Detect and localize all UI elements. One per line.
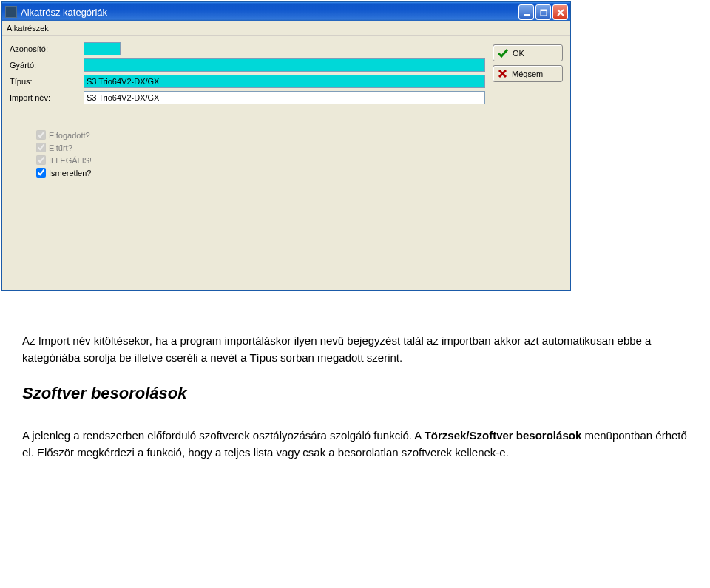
dialog-window: Alkatrész kategóriák Alkatrészek Azonosí…	[1, 1, 571, 291]
minimize-icon	[523, 9, 530, 16]
window-title: Alkatrész kategóriák	[21, 7, 107, 18]
maximize-icon	[540, 9, 547, 16]
check-illegal-row: ILLEGÁLIS!	[36, 154, 563, 166]
maker-input[interactable]	[84, 58, 485, 72]
id-input[interactable]	[84, 42, 121, 55]
check-accepted-row: Elfogadott?	[36, 129, 563, 141]
title-controls	[518, 4, 568, 20]
close-button[interactable]	[552, 4, 568, 20]
document-text: Az Import név kitöltésekor, ha a program…	[0, 292, 710, 479]
check-unknown[interactable]	[36, 168, 46, 178]
x-icon	[498, 69, 507, 78]
ok-label: OK	[513, 49, 524, 58]
paragraph-2: A jelenleg a rendszerben előforduló szof…	[22, 428, 688, 461]
cancel-label: Mégsem	[512, 70, 543, 78]
form-area: Azonosító: Gyártó: Típus: Import név: OK	[2, 36, 570, 115]
check-illegal	[36, 155, 46, 165]
paragraph-1: Az Import név kitöltésekor, ha a program…	[22, 333, 688, 366]
minimize-button[interactable]	[518, 4, 534, 20]
close-icon	[557, 9, 564, 16]
maximize-button[interactable]	[535, 4, 551, 20]
titlebar[interactable]: Alkatrész kategóriák	[2, 2, 570, 21]
import-input[interactable]	[84, 91, 485, 104]
ok-button[interactable]: OK	[493, 44, 563, 61]
svg-rect-0	[524, 14, 530, 16]
app-icon	[5, 6, 17, 18]
svg-rect-2	[541, 10, 547, 11]
check-tolerated-row: Eltűrt?	[36, 141, 563, 154]
import-label: Import név:	[10, 93, 84, 102]
heading-szoftver: Szoftver besorolások	[22, 381, 688, 405]
maker-label: Gyártó:	[10, 61, 84, 70]
row-type: Típus:	[10, 74, 485, 89]
check-tolerated-label: Eltűrt?	[49, 143, 72, 152]
cancel-button[interactable]: Mégsem	[493, 65, 563, 82]
check-area: Elfogadott? Eltűrt? ILLEGÁLIS! Ismeretle…	[2, 115, 570, 186]
check-accepted-label: Elfogadott?	[49, 131, 90, 140]
form-right: OK Mégsem	[493, 41, 563, 107]
form-left: Azonosító: Gyártó: Típus: Import név:	[10, 41, 485, 107]
type-input[interactable]	[84, 75, 485, 88]
blank-area	[2, 186, 570, 290]
type-label: Típus:	[10, 77, 84, 86]
p2-part-a: A jelenleg a rendszerben előforduló szof…	[22, 429, 425, 442]
check-unknown-label: Ismeretlen?	[49, 169, 91, 178]
row-import: Import név:	[10, 90, 485, 105]
check-accepted	[36, 130, 46, 140]
row-id: Azonosító:	[10, 41, 485, 56]
row-maker: Gyártó:	[10, 58, 485, 72]
check-illegal-label: ILLEGÁLIS!	[49, 156, 92, 165]
check-unknown-row: Ismeretlen?	[36, 166, 563, 179]
id-label: Azonosító:	[10, 44, 84, 53]
menubar: Alkatrészek	[2, 21, 570, 36]
menu-alkatreszek[interactable]: Alkatrészek	[7, 24, 49, 33]
p2-part-b: Törzsek/Szoftver besorolások	[425, 429, 582, 442]
check-tolerated	[36, 143, 46, 152]
check-icon	[498, 49, 508, 58]
